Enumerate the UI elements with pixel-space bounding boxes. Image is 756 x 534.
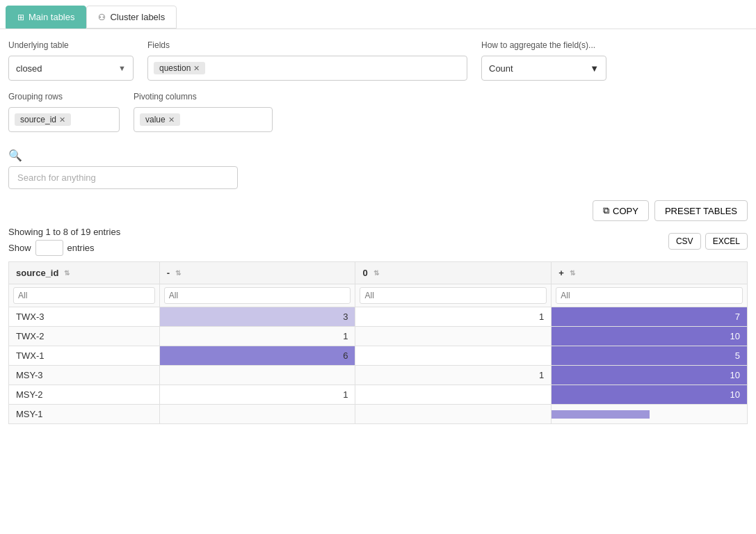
table-toolbar: ⧉ COPY PRESET TABLES [0, 197, 756, 224]
controls-section: Underlying table closed ▼ Fields questio… [0, 29, 756, 149]
grouping-rows-tag-sourceid: source_id ✕ [15, 113, 71, 126]
cell-source-id: TWX-2 [9, 327, 160, 346]
entries-row: Showing 1 to 8 of 19 entries Show 8 entr… [0, 224, 756, 261]
cell-zero [355, 346, 552, 366]
chevron-down-icon: ▼ [118, 64, 126, 72]
cell-plus [552, 405, 748, 424]
table-row: MSY-2110 [9, 385, 748, 405]
aggregate-label: How to aggregate the field(s)... [481, 40, 606, 50]
excel-button[interactable]: EXCEL [705, 233, 748, 250]
th-source-id[interactable]: source_id ⇅ [9, 262, 160, 284]
th-zero[interactable]: 0 ⇅ [355, 262, 552, 284]
cell-minus [159, 405, 355, 424]
th-source-id-label: source_id [16, 268, 58, 278]
cluster-icon: ⚇ [98, 13, 106, 22]
pivoting-columns-input[interactable]: value ✕ [134, 107, 273, 132]
th-minus-label: - [167, 268, 170, 278]
grouping-rows-input[interactable]: source_id ✕ [8, 107, 120, 132]
table-container: source_id ⇅ - ⇅ 0 ⇅ [0, 261, 756, 424]
tab-cluster-labels[interactable]: ⚇ Cluster labels [86, 6, 177, 29]
th-plus[interactable]: + ⇅ [552, 262, 748, 284]
grid-icon: ⊞ [17, 13, 24, 22]
cell-zero [355, 327, 552, 346]
copy-icon: ⧉ [603, 205, 609, 216]
tab-main-tables-label: Main tables [29, 12, 74, 22]
entries-showing: Showing 1 to 8 of 19 entries [8, 227, 120, 237]
fields-tag-question-close[interactable]: ✕ [193, 64, 200, 73]
cell-minus: 1 [159, 327, 355, 346]
cell-plus: 5 [552, 346, 748, 366]
filter-cell-plus [552, 284, 748, 307]
table-row: TWX-2110 [9, 327, 748, 346]
preset-tables-label: PRESET TABLES [665, 206, 737, 216]
grouping-rows-tag-close[interactable]: ✕ [59, 115, 65, 124]
table-row: TWX-3317 [9, 307, 748, 327]
cell-source-id: TWX-3 [9, 307, 160, 327]
pivoting-columns-tag-value: value ✕ [140, 113, 180, 126]
underlying-table-value: closed [16, 63, 42, 74]
cell-zero [355, 405, 552, 424]
controls-row-2: Grouping rows source_id ✕ Pivoting colum… [8, 92, 748, 132]
cell-minus [159, 366, 355, 385]
tab-bar: ⊞ Main tables ⚇ Cluster labels [0, 0, 756, 29]
sort-icon-plus: ⇅ [570, 269, 575, 277]
cell-minus: 3 [159, 307, 355, 327]
cell-zero [355, 385, 552, 405]
filter-plus-input[interactable] [556, 287, 743, 304]
cell-source-id: MSY-2 [9, 385, 160, 405]
entries-show-input[interactable]: 8 [35, 240, 63, 256]
preset-tables-button[interactable]: PRESET TABLES [654, 200, 748, 221]
th-minus[interactable]: - ⇅ [159, 262, 355, 284]
underlying-table-group: Underlying table closed ▼ [8, 40, 134, 81]
pivoting-columns-label: Pivoting columns [134, 92, 273, 102]
aggregate-value: Count [489, 63, 513, 74]
table-row: MSY-3110 [9, 366, 748, 385]
cell-minus: 1 [159, 385, 355, 405]
cell-minus: 6 [159, 346, 355, 366]
cell-zero: 1 [355, 366, 552, 385]
csv-button[interactable]: CSV [668, 233, 701, 250]
underlying-table-label: Underlying table [8, 40, 134, 50]
tab-cluster-labels-label: Cluster labels [110, 12, 165, 22]
grouping-rows-tag-text: source_id [20, 115, 56, 124]
aggregate-dropdown[interactable]: Count ▼ [481, 56, 606, 81]
filter-minus-input[interactable] [164, 287, 351, 304]
search-icon: 🔍 [8, 149, 748, 162]
filter-cell-zero [355, 284, 552, 307]
cell-plus: 10 [552, 366, 748, 385]
th-zero-label: 0 [362, 268, 367, 278]
table-row: MSY-1 [9, 405, 748, 424]
table-row: TWX-165 [9, 346, 748, 366]
filter-source-input[interactable] [13, 287, 155, 304]
sort-icon-zero: ⇅ [373, 269, 379, 277]
pivoting-columns-tag-close[interactable]: ✕ [168, 115, 175, 124]
entries-label: entries [67, 243, 95, 253]
search-section: 🔍 [0, 149, 756, 197]
tab-main-tables[interactable]: ⊞ Main tables [6, 6, 86, 29]
copy-button[interactable]: ⧉ COPY [593, 200, 649, 221]
cell-plus: 10 [552, 327, 748, 346]
table-header-row: source_id ⇅ - ⇅ 0 ⇅ [9, 262, 748, 284]
copy-label: COPY [613, 206, 638, 216]
filter-row [9, 284, 748, 307]
cell-source-id: MSY-3 [9, 366, 160, 385]
th-plus-label: + [558, 268, 564, 278]
fields-group: Fields question ✕ [147, 40, 467, 81]
export-buttons: CSV EXCEL [668, 233, 748, 250]
cell-plus: 10 [552, 385, 748, 405]
filter-zero-input[interactable] [360, 287, 547, 304]
entries-show-row: Show 8 entries [8, 240, 120, 256]
fields-label: Fields [147, 40, 467, 50]
underlying-table-dropdown[interactable]: closed ▼ [8, 56, 134, 81]
cell-plus: 7 [552, 307, 748, 327]
cell-zero: 1 [355, 307, 552, 327]
filter-cell-source [9, 284, 160, 307]
grouping-rows-label: Grouping rows [8, 92, 120, 102]
cell-source-id: MSY-1 [9, 405, 160, 424]
fields-tag-question-text: question [159, 63, 191, 73]
fields-input[interactable]: question ✕ [147, 56, 467, 81]
search-input[interactable] [8, 166, 238, 189]
data-table: source_id ⇅ - ⇅ 0 ⇅ [8, 261, 748, 424]
sort-icon-source: ⇅ [64, 269, 70, 277]
chevron-down-icon-2: ▼ [590, 63, 599, 74]
